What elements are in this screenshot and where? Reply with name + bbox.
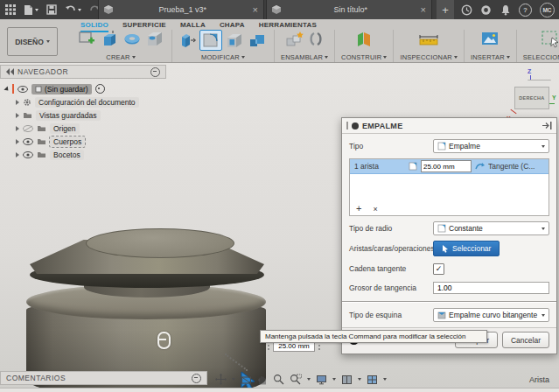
radius-value-input[interactable] — [421, 160, 472, 172]
shell-icon[interactable] — [224, 32, 245, 50]
document-root-label[interactable]: (Sin guardar) — [31, 84, 92, 94]
close-tab-icon[interactable]: × — [421, 5, 426, 14]
notifications-bell-icon[interactable] — [500, 4, 511, 16]
undo-icon[interactable] — [65, 4, 81, 15]
tree-item-named-views[interactable]: Vistas guardadas — [0, 108, 166, 122]
group-label-crear[interactable]: CREAR — [106, 53, 135, 61]
viewports-caret-icon[interactable] — [383, 378, 387, 381]
tree-item-sketches[interactable]: Bocetos — [0, 148, 166, 161]
fillet-grip-handle-icon[interactable] — [157, 332, 171, 349]
zoom-window-caret-icon[interactable] — [307, 378, 311, 381]
visibility-eye-icon[interactable] — [23, 138, 33, 145]
display-settings-caret-icon[interactable] — [332, 378, 336, 381]
continuity-value[interactable]: Tangente (C... — [488, 162, 544, 171]
job-status-icon[interactable] — [461, 4, 472, 16]
tree-item-origin[interactable]: Origen — [0, 122, 166, 135]
expand-caret-icon[interactable] — [3, 86, 10, 92]
remove-edge-set-button[interactable]: × — [373, 205, 377, 214]
fillet-edge-set-list[interactable]: 1 arista Tangente (C... + × — [349, 158, 549, 216]
file-menu-icon[interactable] — [24, 4, 38, 16]
group-label-seleccionar[interactable]: SELECCIONAR — [523, 53, 559, 61]
workspace-selector-button[interactable]: DISEÑO — [7, 27, 58, 56]
grid-layout-icon[interactable] — [341, 374, 353, 385]
orbit-caret-icon[interactable] — [232, 378, 235, 381]
press-pull-icon[interactable] — [178, 32, 198, 50]
fillet-icon-active[interactable] — [199, 30, 222, 51]
navigator-panel: NAVEGADOR (Sin guardar) Con — [0, 65, 166, 161]
dropdown-caret-icon — [542, 314, 545, 317]
dialog-grip-icon[interactable] — [346, 122, 348, 130]
group-label-ensamblar[interactable]: ENSAMBLAR — [281, 53, 328, 61]
fillet-type-label: Tipo — [349, 142, 433, 150]
edge-set-row-selected[interactable]: 1 arista Tangente (C... — [350, 159, 549, 174]
collapse-panel-icon[interactable] — [6, 68, 14, 75]
visibility-off-eye-icon[interactable] — [23, 125, 33, 132]
new-component-icon[interactable] — [284, 30, 305, 48]
help-icon[interactable]: ? — [519, 4, 532, 17]
construct-plane-icon[interactable] — [353, 30, 374, 48]
group-label-construir[interactable]: CONSTRUIR — [341, 53, 387, 61]
document-tab-2[interactable]: Sin título* × — [266, 0, 432, 19]
panel-minimize-icon[interactable] — [192, 374, 201, 383]
group-label-inspeccionar[interactable]: INSPECCIONAR — [400, 53, 458, 61]
new-document-tab-button[interactable]: + — [437, 0, 454, 19]
hole-icon[interactable] — [144, 30, 165, 48]
cancel-button[interactable]: Cancelar — [502, 332, 549, 348]
viewport-canvas[interactable]: NAVEGADOR (Sin guardar) Con — [0, 63, 559, 392]
visibility-eye-icon[interactable] — [23, 151, 33, 158]
expand-caret-icon[interactable] — [16, 100, 19, 105]
revolve-icon[interactable] — [122, 30, 143, 48]
select-edges-button[interactable]: Seleccionar — [433, 241, 500, 256]
model-cap-top-face[interactable] — [86, 228, 234, 258]
comments-header[interactable]: COMENTARIOS — [0, 371, 207, 385]
look-at-icon[interactable] — [241, 374, 252, 385]
document-tab-title: Prueba_1 v3* — [117, 5, 248, 14]
pan-hand-icon[interactable] — [257, 374, 268, 385]
joint-icon[interactable] — [307, 30, 325, 48]
extrude-icon[interactable] — [99, 30, 120, 48]
tree-item-bodies[interactable]: Cuerpos — [0, 135, 166, 148]
corner-type-icon — [437, 311, 446, 319]
navigator-header[interactable]: NAVEGADOR — [0, 65, 166, 79]
radius-type-dropdown[interactable]: Constante — [433, 221, 549, 235]
viewports-icon[interactable] — [367, 374, 378, 385]
zoom-icon[interactable] — [273, 374, 284, 385]
3d-model-body[interactable] — [24, 223, 283, 392]
ribbon-toolbar: DISEÑO SOLIDO SUPERFICIE MALLA CHAPA HER… — [0, 19, 559, 63]
app-grid-menu-icon[interactable] — [5, 4, 16, 15]
display-settings-icon[interactable] — [316, 374, 327, 385]
tangency-weight-input[interactable] — [433, 282, 549, 294]
expand-caret-icon[interactable] — [16, 113, 19, 118]
dock-panel-icon[interactable] — [542, 122, 552, 130]
corner-type-dropdown[interactable]: Empalme curvo bitangente — [433, 308, 549, 322]
measure-icon[interactable] — [417, 30, 440, 48]
user-avatar[interactable]: MC — [540, 3, 555, 18]
visibility-eye-icon[interactable] — [17, 86, 28, 93]
panel-minimize-icon[interactable] — [150, 67, 160, 77]
zoom-window-icon[interactable] — [290, 374, 302, 385]
select-icon[interactable] — [539, 30, 559, 49]
orbit-icon[interactable] — [215, 374, 227, 385]
create-sketch-icon[interactable] — [76, 30, 97, 48]
tangent-chain-checkbox[interactable]: ✓ — [433, 263, 444, 275]
activate-component-icon[interactable] — [95, 84, 105, 94]
expand-caret-icon[interactable] — [16, 152, 19, 158]
document-tab-1[interactable]: Prueba_1 v3* × — [98, 0, 264, 19]
fillet-type-icon — [437, 142, 446, 150]
tree-item-document-settings[interactable]: Configuración del documento — [0, 95, 166, 108]
save-icon[interactable] — [46, 4, 57, 15]
tree-root-document[interactable]: (Sin guardar) — [0, 82, 166, 95]
view-cube-front-face[interactable]: DERECHA — [514, 87, 549, 109]
insert-image-icon[interactable] — [479, 30, 500, 48]
add-edge-set-button[interactable]: + — [356, 203, 361, 214]
close-tab-icon[interactable]: × — [253, 5, 258, 14]
group-label-modificar[interactable]: MODIFICAR — [201, 53, 245, 61]
dialog-header[interactable]: EMPALME — [342, 118, 556, 134]
expand-caret-icon[interactable] — [16, 139, 19, 144]
group-label-insertar[interactable]: INSERTAR — [471, 53, 510, 61]
extensions-icon[interactable] — [480, 4, 492, 16]
combine-icon[interactable] — [247, 32, 268, 50]
grid-layout-caret-icon[interactable] — [358, 378, 361, 381]
expand-caret-icon[interactable] — [16, 126, 19, 131]
fillet-type-dropdown[interactable]: Empalme — [433, 139, 549, 153]
